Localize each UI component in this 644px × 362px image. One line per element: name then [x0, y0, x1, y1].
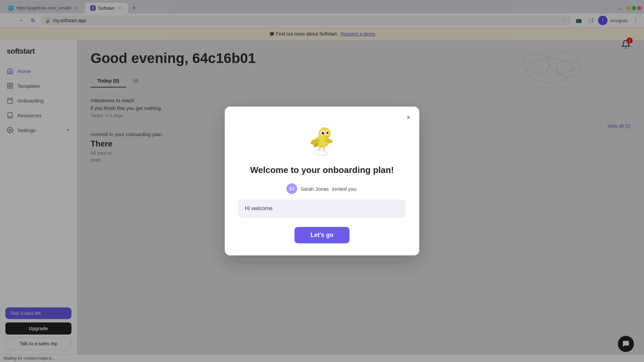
inviter-avatar: SJ: [286, 183, 297, 194]
svg-line-24: [324, 148, 325, 151]
modal-close-button[interactable]: ×: [403, 112, 414, 123]
svg-point-25: [314, 150, 327, 155]
svg-point-18: [326, 132, 328, 134]
modal-message: Hi welcome: [238, 199, 406, 218]
inviter-name: Sarah Jonas: [301, 186, 329, 192]
svg-point-19: [323, 132, 324, 133]
modal-cta: Let's go: [238, 227, 406, 243]
modal-overlay: ×: [0, 0, 644, 362]
message-text: Hi welcome: [245, 205, 273, 211]
welcome-modal: ×: [225, 107, 419, 255]
invite-text: invited you:: [332, 186, 358, 192]
inviter-initials: SJ: [289, 186, 294, 191]
modal-title: Welcome to your onboarding plan!: [238, 165, 406, 175]
modal-inviter: SJ Sarah Jonas invited you:: [238, 183, 406, 194]
lets-go-button[interactable]: Let's go: [294, 227, 350, 243]
modal-mascot: [238, 120, 406, 158]
svg-line-23: [319, 147, 320, 151]
